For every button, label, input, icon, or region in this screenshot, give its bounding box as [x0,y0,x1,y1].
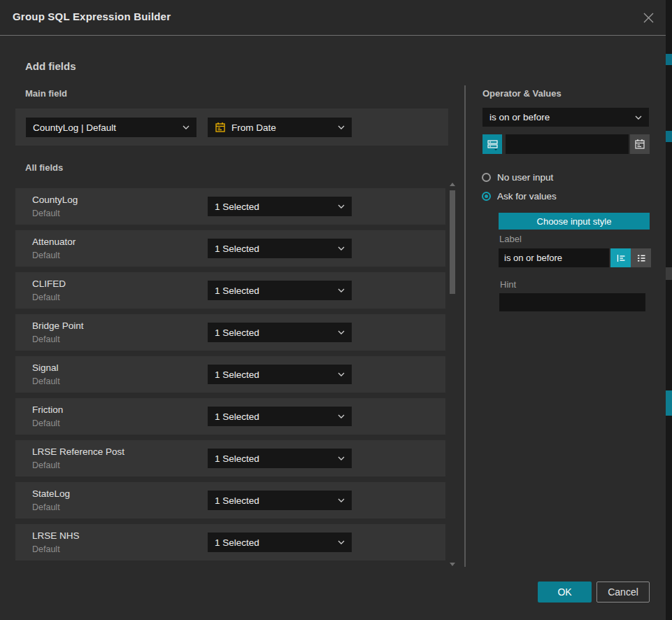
field-selected-dropdown[interactable]: 1 Selected [208,239,352,258]
background-fragment [666,54,672,65]
field-selected-dropdown[interactable]: 1 Selected [208,281,352,300]
triangle-up-icon [450,183,455,186]
field-name: Signal [32,362,59,373]
field-name: Attenuator [32,237,76,247]
close-icon [643,12,655,24]
field-selected-value: 1 Selected [215,495,334,506]
operator-select-value: is on or before [489,112,631,122]
field-selected-dropdown[interactable]: 1 Selected [208,407,352,426]
group-sql-expression-builder-dialog: Group SQL Expression Builder Add fields … [0,0,666,620]
field-name: StateLog [32,488,70,499]
field-selected-value: 1 Selected [215,202,334,212]
field-name: LRSE Reference Post [32,446,124,457]
list-input-icon [636,253,647,264]
chevron-down-icon [338,456,345,460]
field-selected-value: 1 Selected [215,369,334,380]
label-input[interactable] [499,248,609,267]
chevron-down-icon [183,125,190,129]
dialog-titlebar: Group SQL Expression Builder [0,0,666,36]
field-selected-dropdown[interactable]: 1 Selected [208,533,352,552]
panel-divider [464,85,466,567]
field-layer-sublabel: Default [32,293,60,302]
radio-circle-icon [482,173,491,182]
field-layer-sublabel: Default [32,418,60,428]
value-input-type-button[interactable] [482,134,502,154]
field-layer-sublabel: Default [32,251,60,260]
chevron-down-icon [338,498,345,502]
field-row: StateLog Default 1 Selected [15,482,445,519]
chevron-down-icon [635,115,642,120]
background-fragment [666,131,672,142]
chevron-down-icon [338,540,345,544]
field-selected-dropdown[interactable]: 1 Selected [208,449,352,468]
scroll-down-button[interactable] [449,561,456,567]
main-subfield-select-value: From Date [231,122,328,133]
field-selected-value: 1 Selected [215,411,334,422]
field-row: LRSE NHS Default 1 Selected [15,524,445,561]
field-selected-dropdown[interactable]: 1 Selected [208,323,352,342]
chevron-down-icon [338,330,345,334]
scroll-up-button[interactable] [449,181,456,187]
date-picker-button[interactable] [630,134,650,154]
radio-no-user-input[interactable]: No user input [482,172,553,183]
radio-ask-for-values[interactable]: Ask for values [482,191,557,202]
field-row: CLIFED Default 1 Selected [15,272,445,309]
field-selected-value: 1 Selected [215,453,334,464]
chevron-down-icon [338,414,345,418]
label-field-label: Label [499,234,522,244]
hint-input[interactable] [499,293,645,311]
close-button[interactable] [639,8,657,27]
operator-select[interactable]: is on or before [482,108,649,127]
field-name: LRSE NHS [32,530,80,541]
background-page-strip [666,0,672,620]
main-field-label: Main field [25,88,67,99]
field-layer-sublabel: Default [32,502,60,512]
dialog-title: Group SQL Expression Builder [13,10,171,22]
main-field-select[interactable]: CountyLog | Default [26,118,196,137]
chevron-down-icon [338,204,345,209]
field-selected-dropdown[interactable]: 1 Selected [208,491,352,510]
chevron-down-icon [338,125,345,129]
field-name: Friction [32,404,63,415]
field-selected-value: 1 Selected [215,244,334,254]
field-layer-sublabel: Default [32,460,60,470]
field-layer-sublabel: Default [32,334,60,344]
chevron-down-icon [338,288,345,293]
field-name: Bridge Point [32,320,84,331]
field-row: Signal Default 1 Selected [15,356,445,393]
field-row: Friction Default 1 Selected [15,398,445,435]
add-fields-heading: Add fields [25,60,76,72]
field-row: CountyLog Default 1 Selected [15,188,445,225]
all-fields-label: All fields [25,162,63,173]
cancel-button[interactable]: Cancel [596,582,650,603]
list-scrollbar [448,181,457,567]
background-fragment [666,390,672,416]
field-name: CountyLog [32,195,78,205]
label-style-list-button[interactable] [631,248,651,267]
triangle-down-icon [450,563,455,566]
label-style-single-button[interactable] [610,248,631,267]
chevron-down-icon [338,246,345,251]
ok-button[interactable]: OK [538,582,592,603]
all-fields-list: CountyLog Default 1 Selected Attenuator … [15,188,445,566]
field-name: CLIFED [32,279,66,289]
value-input[interactable] [506,134,629,154]
field-selected-value: 1 Selected [215,286,334,296]
main-subfield-select[interactable]: From Date [208,118,352,137]
field-layer-sublabel: Default [32,544,60,554]
field-row: LRSE Reference Post Default 1 Selected [15,440,445,477]
main-field-panel: CountyLog | Default From Date [15,108,448,146]
field-selected-dropdown[interactable]: 1 Selected [208,365,352,384]
calendar-icon [215,122,226,133]
field-row: Bridge Point Default 1 Selected [15,314,445,351]
field-selected-value: 1 Selected [215,537,334,548]
radio-no-user-input-label: No user input [497,172,553,183]
field-layer-sublabel: Default [32,209,60,218]
single-line-input-icon [615,253,627,264]
field-layer-sublabel: Default [32,376,60,386]
scrollbar-thumb[interactable] [450,190,455,294]
choose-input-style-button[interactable]: Choose input style [499,213,650,230]
field-selected-dropdown[interactable]: 1 Selected [208,197,352,216]
radio-ask-for-values-label: Ask for values [497,191,557,202]
hint-field-label: Hint [500,279,516,290]
